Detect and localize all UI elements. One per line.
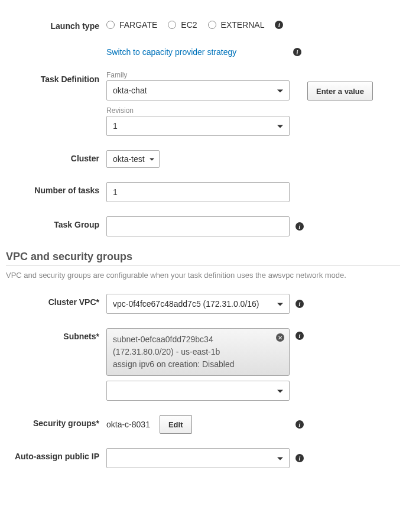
info-icon[interactable]: i [295, 222, 304, 231]
launch-type-label: Launch type [6, 18, 106, 31]
task-revision-select[interactable]: 1 [106, 116, 290, 136]
security-groups-inner: okta-c-8031 Edit [106, 415, 192, 434]
task-definition-family-row: Family okta-chat Enter a value [106, 71, 400, 100]
number-of-tasks-row: Number of tasks [6, 182, 400, 202]
switch-capacity-provider-link[interactable]: Switch to capacity provider strategy [106, 47, 236, 57]
task-revision-group: Revision 1 [106, 106, 400, 136]
subnets-row: Subnets* subnet-0efcaa0fdd729bc34 (172.3… [6, 328, 400, 401]
info-icon[interactable]: i [295, 454, 304, 462]
radio-icon [106, 21, 115, 29]
info-icon[interactable]: i [275, 21, 283, 29]
task-family-sublabel: Family [106, 71, 290, 79]
auto-assign-ip-wrap: i [106, 448, 400, 468]
cluster-vpc-label: Cluster VPC* [6, 294, 106, 307]
task-revision-value: 1 [113, 121, 118, 131]
cluster-vpc-value: vpc-0f4fce67c48add7c5 (172.31.0.0/16) [113, 299, 259, 309]
remove-subnet-icon[interactable]: ✕ [276, 333, 284, 342]
launch-type-content: FARGATE EC2 EXTERNAL i [106, 18, 400, 30]
task-group-input[interactable] [106, 216, 290, 236]
security-groups-label: Security groups* [6, 415, 106, 428]
launch-type-external[interactable]: EXTERNAL [208, 20, 265, 30]
subnet-chip-line3: assign ipv6 on creation: Disabled [113, 358, 271, 371]
number-of-tasks-label: Number of tasks [6, 182, 106, 195]
auto-assign-ip-row: Auto-assign public IP i [6, 448, 400, 468]
launch-type-fargate[interactable]: FARGATE [106, 20, 157, 30]
subnet-chip-line1: subnet-0efcaa0fdd729bc34 [113, 333, 271, 346]
cluster-vpc-row: Cluster VPC* vpc-0f4fce67c48add7c5 (172.… [6, 294, 400, 314]
launch-type-radio-group: FARGATE EC2 EXTERNAL i [106, 18, 400, 30]
task-family-value: okta-chat [113, 86, 147, 95]
vpc-section-description: VPC and security groups are configurable… [6, 271, 400, 280]
task-group-row: Task Group i [6, 216, 400, 236]
enter-value-button[interactable]: Enter a value [307, 82, 373, 100]
cluster-vpc-wrap: vpc-0f4fce67c48add7c5 (172.31.0.0/16) i [106, 294, 400, 314]
launch-type-external-label: EXTERNAL [221, 20, 265, 30]
task-definition-content: Family okta-chat Enter a value Revision … [106, 71, 400, 136]
info-icon[interactable]: i [295, 420, 304, 429]
cluster-vpc-select[interactable]: vpc-0f4fce67c48add7c5 (172.31.0.0/16) [106, 294, 290, 314]
task-group-wrap: i [106, 216, 400, 236]
cluster-select[interactable]: okta-test [106, 150, 160, 168]
task-definition-label: Task Definition [6, 71, 106, 84]
cluster-row: Cluster okta-test [6, 150, 400, 168]
launch-type-row: Launch type FARGATE EC2 EXTERNAL i [6, 18, 400, 31]
security-group-value: okta-c-8031 [106, 420, 150, 429]
number-of-tasks-input[interactable] [106, 182, 290, 202]
task-definition-row: Task Definition Family okta-chat Enter a… [6, 71, 400, 136]
info-icon[interactable]: i [293, 48, 301, 56]
vpc-section-divider [6, 265, 400, 266]
info-icon[interactable]: i [295, 332, 304, 340]
subnet-chip-line2: (172.31.80.0/20) - us-east-1b [113, 346, 271, 358]
task-family-select[interactable]: okta-chat [106, 80, 290, 100]
subnets-column: subnet-0efcaa0fdd729bc34 (172.31.80.0/20… [106, 328, 290, 401]
subnets-wrap: subnet-0efcaa0fdd729bc34 (172.31.80.0/20… [106, 328, 400, 401]
auto-assign-ip-label: Auto-assign public IP [6, 448, 106, 461]
launch-type-ec2-label: EC2 [181, 20, 197, 30]
subnets-select[interactable] [106, 381, 290, 401]
auto-assign-ip-select[interactable] [106, 448, 290, 468]
launch-type-ec2[interactable]: EC2 [168, 20, 197, 30]
radio-icon [168, 21, 176, 29]
switch-strategy-row: Switch to capacity provider strategy i [6, 45, 400, 57]
edit-security-groups-button[interactable]: Edit [160, 415, 192, 434]
security-groups-row: Security groups* okta-c-8031 Edit i [6, 415, 400, 434]
radio-icon [208, 21, 216, 29]
switch-strategy-wrap: Switch to capacity provider strategy i [106, 45, 301, 57]
vpc-section-header: VPC and security groups [6, 251, 400, 263]
security-groups-wrap: okta-c-8031 Edit i [106, 415, 304, 434]
cluster-value: okta-test [113, 154, 145, 164]
launch-type-fargate-label: FARGATE [119, 20, 157, 30]
task-family-group: Family okta-chat [106, 71, 290, 100]
task-group-label: Task Group [6, 216, 106, 229]
task-revision-sublabel: Revision [106, 106, 400, 115]
info-icon[interactable]: i [295, 300, 304, 308]
cluster-label: Cluster [6, 150, 106, 163]
subnet-chip: subnet-0efcaa0fdd729bc34 (172.31.80.0/20… [106, 328, 290, 376]
subnets-label: Subnets* [6, 328, 106, 341]
